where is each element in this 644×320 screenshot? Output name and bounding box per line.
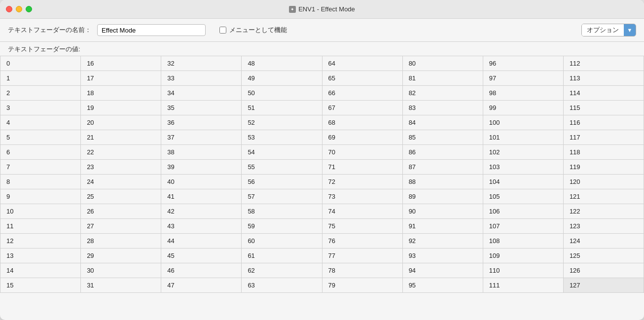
table-cell[interactable]: 67 [322, 101, 402, 115]
table-cell[interactable]: 111 [483, 278, 563, 293]
table-row[interactable]: 122844607692108124 [0, 234, 644, 249]
table-cell[interactable]: 0 [0, 56, 81, 71]
table-row[interactable]: 102642587490106122 [0, 204, 644, 219]
table-cell[interactable]: 12 [0, 234, 81, 249]
table-cell[interactable]: 62 [242, 263, 322, 278]
table-cell[interactable]: 71 [322, 160, 402, 175]
table-cell[interactable]: 54 [242, 145, 322, 160]
table-cell[interactable]: 51 [242, 101, 322, 115]
table-row[interactable]: 1173349658197113 [0, 71, 644, 86]
table-cell[interactable]: 81 [402, 71, 483, 86]
table-cell[interactable]: 1 [0, 71, 81, 86]
table-cell[interactable]: 118 [563, 145, 644, 160]
table-cell[interactable]: 127 [563, 278, 644, 293]
table-cell[interactable]: 92 [402, 234, 483, 249]
table-cell[interactable]: 41 [161, 189, 242, 204]
table-cell[interactable]: 49 [242, 71, 322, 86]
table-cell[interactable]: 109 [483, 249, 563, 263]
table-cell[interactable]: 13 [0, 249, 81, 263]
table-cell[interactable]: 106 [483, 204, 563, 219]
table-row[interactable]: 143046627894110126 [0, 263, 644, 278]
table-cell[interactable]: 48 [242, 56, 322, 71]
table-row[interactable]: 3193551678399115 [0, 101, 644, 115]
table-row[interactable]: 132945617793109125 [0, 249, 644, 263]
table-cell[interactable]: 28 [81, 234, 161, 249]
table-cell[interactable]: 37 [161, 130, 242, 145]
table-cell[interactable]: 100 [483, 115, 563, 130]
table-cell[interactable]: 89 [402, 189, 483, 204]
table-cell[interactable]: 95 [402, 278, 483, 293]
table-cell[interactable]: 32 [161, 56, 242, 71]
table-cell[interactable]: 119 [563, 160, 644, 175]
table-cell[interactable]: 113 [563, 71, 644, 86]
table-row[interactable]: 92541577389105121 [0, 189, 644, 204]
table-cell[interactable]: 34 [161, 86, 242, 101]
table-cell[interactable]: 36 [161, 115, 242, 130]
table-cell[interactable]: 117 [563, 130, 644, 145]
table-cell[interactable]: 9 [0, 189, 81, 204]
table-cell[interactable]: 94 [402, 263, 483, 278]
table-cell[interactable]: 43 [161, 219, 242, 234]
table-cell[interactable]: 57 [242, 189, 322, 204]
table-cell[interactable]: 22 [81, 145, 161, 160]
table-cell[interactable]: 17 [81, 71, 161, 86]
table-cell[interactable]: 31 [81, 278, 161, 293]
table-cell[interactable]: 6 [0, 145, 81, 160]
table-cell[interactable]: 112 [563, 56, 644, 71]
table-cell[interactable]: 93 [402, 249, 483, 263]
table-cell[interactable]: 55 [242, 160, 322, 175]
table-cell[interactable]: 103 [483, 160, 563, 175]
table-cell[interactable]: 105 [483, 189, 563, 204]
table-cell[interactable]: 76 [322, 234, 402, 249]
table-cell[interactable]: 126 [563, 263, 644, 278]
table-cell[interactable]: 110 [483, 263, 563, 278]
table-cell[interactable]: 75 [322, 219, 402, 234]
table-cell[interactable]: 59 [242, 219, 322, 234]
table-cell[interactable]: 116 [563, 115, 644, 130]
table-cell[interactable]: 50 [242, 86, 322, 101]
table-cell[interactable]: 64 [322, 56, 402, 71]
table-cell[interactable]: 35 [161, 101, 242, 115]
table-cell[interactable]: 33 [161, 71, 242, 86]
table-cell[interactable]: 30 [81, 263, 161, 278]
table-row[interactable]: 52137536985101117 [0, 130, 644, 145]
table-cell[interactable]: 8 [0, 175, 81, 189]
table-row[interactable]: 0163248648096112 [0, 56, 644, 71]
table-cell[interactable]: 99 [483, 101, 563, 115]
close-button[interactable] [6, 6, 12, 12]
table-cell[interactable]: 2 [0, 86, 81, 101]
table-cell[interactable]: 19 [81, 101, 161, 115]
table-cell[interactable]: 52 [242, 115, 322, 130]
table-cell[interactable]: 58 [242, 204, 322, 219]
table-row[interactable]: 112743597591107123 [0, 219, 644, 234]
table-cell[interactable]: 120 [563, 175, 644, 189]
table-cell[interactable]: 80 [402, 56, 483, 71]
table-cell[interactable]: 61 [242, 249, 322, 263]
table-cell[interactable]: 104 [483, 175, 563, 189]
table-cell[interactable]: 122 [563, 204, 644, 219]
table-row[interactable]: 42036526884100116 [0, 115, 644, 130]
table-cell[interactable]: 114 [563, 86, 644, 101]
table-cell[interactable]: 72 [322, 175, 402, 189]
table-cell[interactable]: 78 [322, 263, 402, 278]
table-cell[interactable]: 5 [0, 130, 81, 145]
table-cell[interactable]: 82 [402, 86, 483, 101]
table-row[interactable]: 2183450668298114 [0, 86, 644, 101]
table-cell[interactable]: 44 [161, 234, 242, 249]
maximize-button[interactable] [26, 6, 32, 12]
table-row[interactable]: 62238547086102118 [0, 145, 644, 160]
table-cell[interactable]: 7 [0, 160, 81, 175]
table-cell[interactable]: 20 [81, 115, 161, 130]
table-cell[interactable]: 26 [81, 204, 161, 219]
table-cell[interactable]: 15 [0, 278, 81, 293]
table-cell[interactable]: 39 [161, 160, 242, 175]
table-cell[interactable]: 86 [402, 145, 483, 160]
table-cell[interactable]: 46 [161, 263, 242, 278]
table-cell[interactable]: 25 [81, 189, 161, 204]
table-cell[interactable]: 79 [322, 278, 402, 293]
table-cell[interactable]: 29 [81, 249, 161, 263]
table-cell[interactable]: 102 [483, 145, 563, 160]
table-cell[interactable]: 10 [0, 204, 81, 219]
table-cell[interactable]: 84 [402, 115, 483, 130]
table-cell[interactable]: 23 [81, 160, 161, 175]
